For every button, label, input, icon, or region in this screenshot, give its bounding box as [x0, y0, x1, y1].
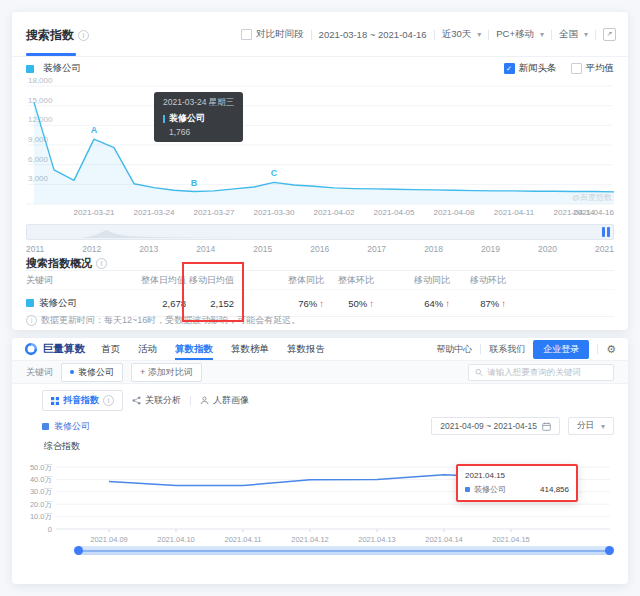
- brush-handle[interactable]: [602, 227, 610, 237]
- col-mobile-avg: 移动日均值: [186, 274, 234, 287]
- granularity-select[interactable]: 分日 ▾: [568, 417, 614, 435]
- svg-text:0: 0: [48, 525, 52, 534]
- juliang-date-range-picker[interactable]: 2021-04-09 ~ 2021-04-15: [431, 417, 560, 435]
- overall-yoy-value: 76%↑: [234, 298, 324, 309]
- svg-text:2021.04.09: 2021.04.09: [90, 535, 128, 544]
- legend-color-swatch: [26, 65, 34, 73]
- add-compare-word-chip[interactable]: + 添加对比词: [131, 363, 202, 382]
- mobile-yoy-value: 64%↑: [374, 298, 450, 309]
- svg-text:@百度指数: @百度指数: [572, 193, 612, 202]
- brush-handle-right[interactable]: [605, 546, 614, 555]
- date-range-picker[interactable]: 2021-03-18 ~ 2021-04-16: [319, 29, 427, 40]
- baidu-trend-chart[interactable]: 3,0006,0009,00012,00015,00018,000ABC2021…: [26, 76, 614, 218]
- info-icon[interactable]: i: [78, 30, 89, 41]
- info-icon[interactable]: i: [96, 258, 107, 269]
- contact-us-link[interactable]: 联系我们: [489, 343, 525, 356]
- settings-gear-icon[interactable]: ⚙: [606, 343, 616, 356]
- info-icon[interactable]: i: [103, 395, 114, 406]
- region-select[interactable]: 全国 ▾: [559, 28, 588, 41]
- nav-item-suanshu-index[interactable]: 算数指数: [175, 338, 213, 360]
- svg-text:2021-03-27: 2021-03-27: [194, 208, 235, 217]
- tab-association-analysis[interactable]: 关联分析: [132, 394, 181, 407]
- series-color-bar: [163, 115, 165, 123]
- keyword-bar: 关键词 装修公司 + 添加对比词: [12, 361, 628, 384]
- col-mobile-yoy: 移动同比: [374, 274, 450, 287]
- chevron-down-icon: ▾: [540, 30, 544, 39]
- svg-text:2021-03-24: 2021-03-24: [134, 208, 175, 217]
- quick-range-select[interactable]: 近30天 ▾: [442, 28, 482, 41]
- timeline-brush[interactable]: [26, 224, 614, 240]
- keyword-search-box[interactable]: [468, 364, 614, 381]
- compare-period-checkbox[interactable]: 对比时间段: [241, 28, 304, 41]
- search-icon: [475, 368, 483, 377]
- person-icon: [200, 396, 209, 405]
- tab-audience-persona[interactable]: 人群画像: [200, 394, 249, 407]
- series-color-dot: [465, 487, 470, 492]
- svg-text:2021.04.11: 2021.04.11: [225, 535, 262, 544]
- chevron-down-icon: ▾: [601, 422, 605, 431]
- svg-text:2021-04-02: 2021-04-02: [314, 208, 355, 217]
- average-checkbox[interactable]: 平均值: [571, 62, 615, 75]
- chart-tooltip: 2021-03-24 星期三 装修公司 1,766: [154, 92, 243, 142]
- export-icon[interactable]: ↗: [603, 28, 616, 41]
- overview-table: 关键词 整体日均值 移动日均值 整体同比 整体环比 移动同比 移动环比 装修公司…: [26, 270, 614, 317]
- mobile-avg-value: 2,152: [186, 298, 234, 309]
- svg-text:2021.04.14: 2021.04.14: [425, 535, 463, 544]
- col-mobile-mom: 移动环比: [450, 274, 506, 287]
- checkbox-icon[interactable]: [571, 63, 582, 74]
- calendar-icon: [542, 422, 551, 431]
- juliang-navbar: 巨量算数 首页 活动 算数指数 算数榜单 算数报告 帮助中心 联系我们 企业登录…: [12, 338, 628, 361]
- col-keyword: 关键词: [26, 274, 136, 287]
- device-select[interactable]: PC+移动 ▾: [496, 28, 544, 41]
- series-legend[interactable]: 装修公司: [26, 62, 81, 75]
- search-input[interactable]: [487, 367, 607, 377]
- keyword-cell[interactable]: 装修公司: [26, 297, 136, 310]
- legend-color-swatch: [26, 299, 34, 307]
- legend-color-swatch: [42, 423, 49, 430]
- checkbox-checked-icon[interactable]: ✓: [504, 63, 515, 74]
- col-overall-mom: 整体环比: [324, 274, 374, 287]
- up-arrow-icon: ↑: [501, 298, 506, 309]
- grid-icon: [51, 397, 59, 405]
- link-nodes-icon: [132, 396, 141, 405]
- svg-text:2021-04-08: 2021-04-08: [434, 208, 475, 217]
- overall-mom-value: 50%↑: [324, 298, 374, 309]
- svg-text:20.0万: 20.0万: [30, 500, 53, 509]
- svg-text:40.0万: 40.0万: [30, 475, 53, 484]
- overview-section-title: 搜索指数概况 i: [26, 256, 107, 271]
- svg-text:30.0万: 30.0万: [30, 487, 53, 496]
- table-row: 装修公司 2,678 2,152 76%↑ 50%↑ 64%↑ 87%↑: [26, 289, 614, 317]
- nav-item-activity[interactable]: 活动: [138, 338, 157, 360]
- svg-text:A: A: [91, 125, 98, 135]
- juliang-range-brush[interactable]: [76, 546, 612, 555]
- data-update-note: i 数据更新时间：每天12~16时，受数据波动影响，可能会有延迟。: [26, 314, 300, 327]
- svg-text:15,000: 15,000: [28, 96, 53, 105]
- juliang-logo-icon: [24, 342, 38, 356]
- baidu-index-panel: 搜索指数 i 对比时间段 2021-03-18 ~ 2021-04-16 近30…: [12, 12, 628, 330]
- composite-index-title: 综合指数: [44, 440, 628, 453]
- svg-text:50.0万: 50.0万: [30, 463, 53, 472]
- overall-avg-value: 2,678: [136, 298, 186, 309]
- tab-douyin-index[interactable]: 抖音指数 i: [42, 390, 123, 411]
- svg-text:10.0万: 10.0万: [30, 512, 53, 521]
- keyword-chip[interactable]: 装修公司: [61, 363, 123, 382]
- brush-handle-left[interactable]: [74, 546, 83, 555]
- svg-text:B: B: [191, 178, 198, 188]
- nav-item-reports[interactable]: 算数报告: [287, 338, 325, 360]
- douyin-series-legend[interactable]: 装修公司: [42, 420, 90, 433]
- tab-search-index[interactable]: 搜索指数 i: [26, 27, 89, 44]
- svg-text:2021-04-05: 2021-04-05: [374, 208, 415, 217]
- svg-text:2021.04.12: 2021.04.12: [291, 535, 329, 544]
- keyword-label: 关键词: [26, 366, 53, 379]
- juliang-suanshu-panel: 巨量算数 首页 活动 算数指数 算数榜单 算数报告 帮助中心 联系我们 企业登录…: [12, 338, 628, 584]
- nav-item-rankings[interactable]: 算数榜单: [231, 338, 269, 360]
- years-axis: 20112012 20132014 20152016 20172018 2019…: [26, 244, 614, 254]
- help-center-link[interactable]: 帮助中心: [436, 343, 472, 356]
- checkbox-icon[interactable]: [241, 29, 252, 40]
- juliang-chart-tooltip-annotated: 2021.04.15 装修公司 414,856: [456, 464, 578, 502]
- search-index-title: 搜索指数: [26, 27, 74, 44]
- baidu-toolbar: 对比时间段 2021-03-18 ~ 2021-04-16 近30天 ▾ PC+…: [241, 28, 616, 41]
- enterprise-login-button[interactable]: 企业登录: [533, 340, 589, 359]
- nav-item-home[interactable]: 首页: [101, 338, 120, 360]
- news-toutiao-checkbox[interactable]: ✓ 新闻头条: [504, 62, 557, 75]
